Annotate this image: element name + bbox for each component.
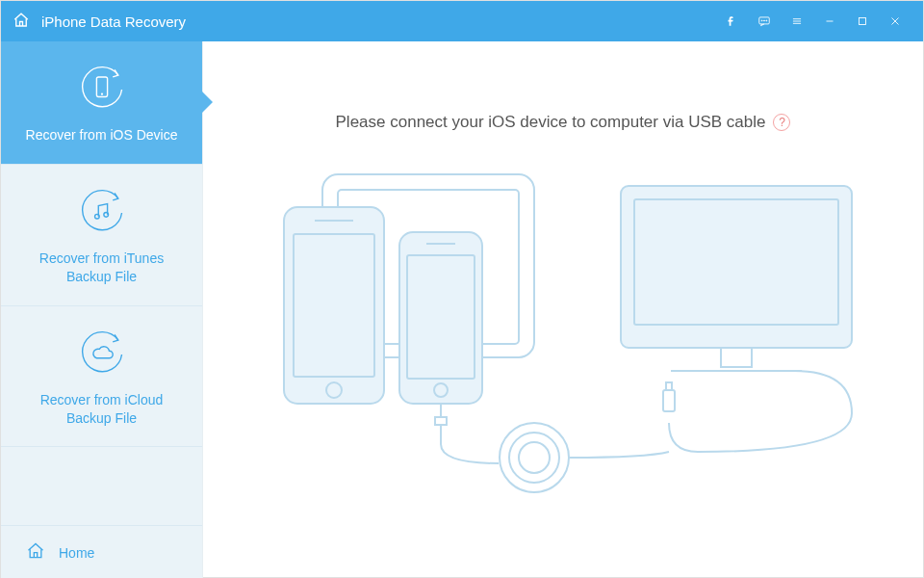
maximize-button[interactable]	[846, 1, 879, 41]
svg-point-33	[519, 442, 550, 473]
sidebar-item-recover-itunes[interactable]: Recover from iTunes Backup File	[1, 165, 202, 306]
titlebar-left: iPhone Data Recovery	[13, 12, 186, 32]
help-icon[interactable]: ?	[773, 114, 790, 131]
connect-prompt: Please connect your iOS device to comput…	[336, 113, 791, 132]
sidebar-item-label: Recover from iTunes Backup File	[20, 250, 183, 286]
svg-point-13	[94, 214, 99, 219]
svg-rect-25	[621, 186, 852, 348]
recover-itunes-icon	[75, 186, 129, 240]
recover-icloud-icon	[75, 328, 129, 381]
connect-prompt-text: Please connect your iOS device to comput…	[336, 113, 766, 132]
app-body: Recover from iOS Device Recover from iTu…	[1, 41, 923, 578]
sidebar-item-label: Recover from iOS Device	[26, 126, 178, 144]
svg-rect-30	[666, 382, 672, 390]
svg-point-32	[509, 433, 559, 483]
svg-rect-17	[284, 207, 384, 404]
minimize-button[interactable]	[813, 1, 846, 41]
sidebar-item-recover-icloud[interactable]: Recover from iCloud Backup File	[1, 306, 202, 448]
connect-illustration	[255, 167, 871, 494]
home-icon	[26, 541, 45, 564]
recover-ios-icon	[75, 63, 129, 117]
sidebar: Recover from iOS Device Recover from iTu…	[1, 41, 203, 578]
svg-point-14	[103, 212, 108, 217]
sidebar-item-label: Recover from iCloud Backup File	[20, 391, 183, 428]
close-button[interactable]	[879, 1, 911, 41]
sidebar-spacer	[1, 447, 202, 525]
home-icon[interactable]	[13, 12, 30, 32]
svg-point-3	[766, 20, 767, 21]
svg-rect-29	[663, 390, 675, 411]
main-panel: Please connect your iOS device to comput…	[203, 41, 923, 578]
app-window: iPhone Data Recovery	[0, 0, 924, 578]
sidebar-item-recover-ios[interactable]: Recover from iOS Device	[1, 41, 202, 165]
titlebar-right	[715, 1, 911, 41]
svg-point-12	[100, 93, 102, 95]
sidebar-home[interactable]: Home	[1, 525, 202, 578]
titlebar: iPhone Data Recovery	[1, 1, 923, 41]
svg-point-1	[761, 20, 762, 21]
app-title: iPhone Data Recovery	[41, 13, 186, 30]
sidebar-home-label: Home	[59, 545, 94, 561]
social-icon[interactable]	[715, 1, 748, 41]
menu-icon[interactable]	[781, 1, 813, 41]
svg-point-2	[764, 20, 765, 21]
feedback-icon[interactable]	[748, 1, 781, 41]
svg-rect-27	[721, 348, 752, 367]
svg-rect-8	[860, 18, 866, 25]
